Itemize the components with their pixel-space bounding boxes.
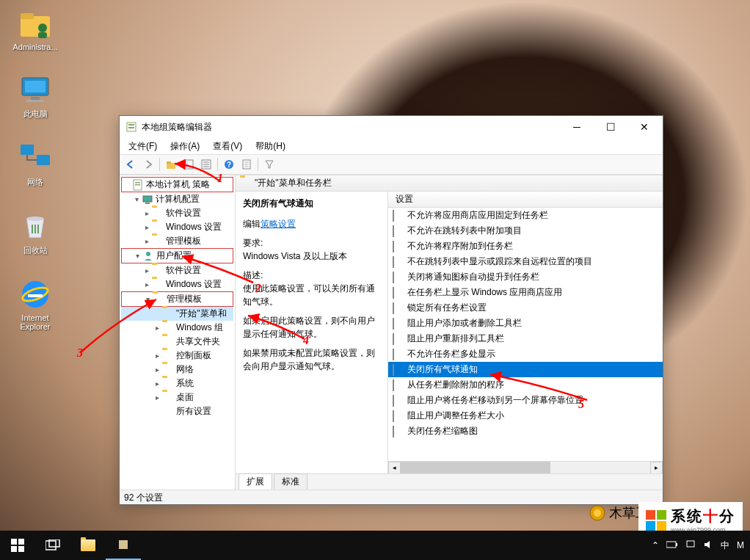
svg-rect-35: [18, 546, 24, 552]
tray-network-icon[interactable]: [685, 539, 696, 552]
svg-rect-9: [37, 155, 50, 165]
setting-row[interactable]: 阻止用户添加或者删除工具栏: [388, 316, 663, 331]
setting-row[interactable]: 关闭所有气球通知: [388, 362, 663, 377]
svg-text:?: ?: [227, 161, 231, 169]
tree-label: 软件设置: [166, 207, 201, 219]
svg-rect-26: [135, 184, 140, 186]
column-header-setting[interactable]: 设置: [388, 192, 663, 208]
desktop-icon-pc[interactable]: 此电脑: [6, 72, 65, 120]
settings-list[interactable]: 不允许将应用商店应用固定到任务栏不允许在跳转列表中附加项目不允许将程序附加到任务…: [388, 208, 663, 461]
content-title: "开始"菜单和任务栏: [255, 177, 332, 189]
setting-icon: [393, 349, 404, 360]
tree-node[interactable]: ▸软件设置: [121, 206, 233, 220]
tray-ime-mode[interactable]: M: [737, 540, 744, 550]
tree-node[interactable]: ▸网络: [121, 363, 233, 377]
menu-help[interactable]: 帮助(H): [250, 139, 291, 154]
setting-row[interactable]: 不允许将程序附加到任务栏: [388, 239, 663, 254]
scroll-right-button[interactable]: ▸: [650, 462, 663, 474]
back-button[interactable]: [123, 156, 139, 172]
tree-label: 用户配置: [156, 250, 192, 262]
taskbar[interactable]: ⌃ 中 M: [0, 531, 750, 560]
statusbar: 92 个设置: [120, 490, 663, 504]
setting-icon: [393, 288, 404, 298]
tree-node[interactable]: ▸控制面板: [121, 349, 233, 363]
desktop-icon-recycle[interactable]: 回收站: [6, 208, 65, 256]
setting-label: 阻止用户将任务栏移动到另一个屏幕停靠位置: [407, 394, 583, 407]
start-button[interactable]: [0, 531, 35, 560]
tray-up-icon[interactable]: ⌃: [652, 540, 659, 550]
scroll-thumb[interactable]: [401, 462, 550, 474]
svg-rect-6: [31, 97, 40, 100]
requirement-text: Windows Vista 及以上版本: [243, 251, 347, 261]
tree-node[interactable]: ▸Windows 组: [121, 321, 233, 335]
maximize-button[interactable]: ☐: [594, 116, 627, 138]
filter-button[interactable]: [261, 156, 277, 172]
show-hide-tree-button[interactable]: [181, 156, 197, 172]
tree-node[interactable]: 所有设置: [121, 404, 233, 418]
tree-node[interactable]: ▾计算机配置: [121, 192, 233, 206]
label: Internet Explorer: [6, 313, 65, 331]
setting-row[interactable]: 不在跳转列表中显示或跟踪来自远程位置的项目: [388, 254, 663, 269]
tab-standard[interactable]: 标准: [274, 473, 307, 490]
menu-view[interactable]: 查看(V): [207, 139, 248, 154]
tree-node[interactable]: 共享文件夹: [121, 335, 233, 349]
tree-node[interactable]: ▸管理模板: [121, 234, 233, 248]
setting-row[interactable]: 从任务栏删除附加的程序: [388, 377, 663, 393]
scroll-left-button[interactable]: ◂: [388, 462, 401, 474]
help-button[interactable]: ?: [221, 156, 237, 172]
policy-tree[interactable]: 本地计算机 策略▾计算机配置▸软件设置▸Windows 设置▸管理模板▾用户配置…: [120, 175, 236, 490]
up-button[interactable]: [163, 156, 179, 172]
tree-node[interactable]: "开始"菜单和: [121, 307, 233, 321]
setting-row[interactable]: 在任务栏上显示 Windows 应用商店应用: [388, 285, 663, 300]
taskbar-gpedit[interactable]: [106, 531, 141, 560]
setting-icon: [393, 426, 404, 437]
setting-label: 不允许将应用商店应用固定到任务栏: [407, 209, 548, 222]
setting-row[interactable]: 阻止用户重新排列工具栏: [388, 331, 663, 346]
tab-extended[interactable]: 扩展: [239, 473, 272, 490]
menu-action[interactable]: 操作(A): [164, 139, 205, 154]
forward-button[interactable]: [140, 156, 156, 172]
content-pane: "开始"菜单和任务栏 关闭所有气球通知 编辑策略设置 要求:Windows Vi…: [236, 175, 663, 490]
svg-point-10: [26, 217, 44, 221]
tree-label: 控制面板: [176, 349, 211, 362]
tree-node[interactable]: ▸系统: [121, 377, 233, 390]
tree-node[interactable]: ▸软件设置: [121, 263, 233, 277]
titlebar[interactable]: 本地组策略编辑器 ─ ☐ ✕: [120, 116, 663, 138]
setting-row[interactable]: 不允许在跳转列表中附加项目: [388, 223, 663, 239]
folder-icon: [152, 222, 164, 233]
setting-row[interactable]: 阻止用户调整任务栏大小: [388, 408, 663, 423]
tray-volume-icon[interactable]: [703, 539, 713, 552]
setting-row[interactable]: 关闭将通知图标自动提升到任务栏: [388, 269, 663, 285]
setting-row[interactable]: 阻止用户将任务栏移动到另一个屏幕停靠位置: [388, 393, 663, 408]
tree-label: 管理模板: [166, 235, 201, 247]
setting-row[interactable]: 锁定所有任务栏设置: [388, 300, 663, 316]
tree-node[interactable]: ▸Windows 设置: [121, 220, 233, 234]
setting-icon: [393, 211, 404, 221]
tree-label: "开始"菜单和: [176, 308, 227, 320]
tree-node[interactable]: ▸桌面: [121, 390, 233, 404]
task-view-button[interactable]: [35, 531, 70, 560]
desktop-icon-ie[interactable]: Internet Explorer: [6, 277, 65, 331]
setting-row[interactable]: 关闭任务栏缩略图: [388, 423, 663, 439]
horizontal-scrollbar[interactable]: ◂ ▸: [388, 461, 663, 473]
tree-node[interactable]: ▾管理模板: [121, 291, 233, 307]
menu-file[interactable]: 文件(F): [123, 139, 163, 154]
setting-row[interactable]: 不允许任务栏多处显示: [388, 346, 663, 362]
system-tray[interactable]: ⌃ 中 M: [646, 539, 750, 552]
taskbar-explorer[interactable]: [70, 531, 106, 560]
folder-icon: [152, 279, 164, 291]
tray-battery-icon[interactable]: [666, 540, 678, 551]
setting-row[interactable]: 不允许将应用商店应用固定到任务栏: [388, 208, 663, 223]
desktop-icon-network[interactable]: 网络: [6, 140, 65, 188]
tree-node[interactable]: ▾用户配置: [121, 248, 233, 263]
minimize-button[interactable]: ─: [560, 116, 594, 138]
desktop-icon-admin[interactable]: Administra...: [6, 6, 65, 51]
svg-rect-40: [676, 543, 677, 546]
edit-policy-link[interactable]: 策略设置: [261, 219, 296, 229]
close-button[interactable]: ✕: [627, 116, 661, 138]
list-button[interactable]: [198, 156, 214, 172]
properties-button[interactable]: [239, 156, 255, 172]
tray-ime-lang[interactable]: 中: [721, 539, 729, 552]
tree-node[interactable]: ▸Windows 设置: [121, 277, 233, 291]
setting-label: 不在跳转列表中显示或跟踪来自远程位置的项目: [407, 255, 592, 268]
